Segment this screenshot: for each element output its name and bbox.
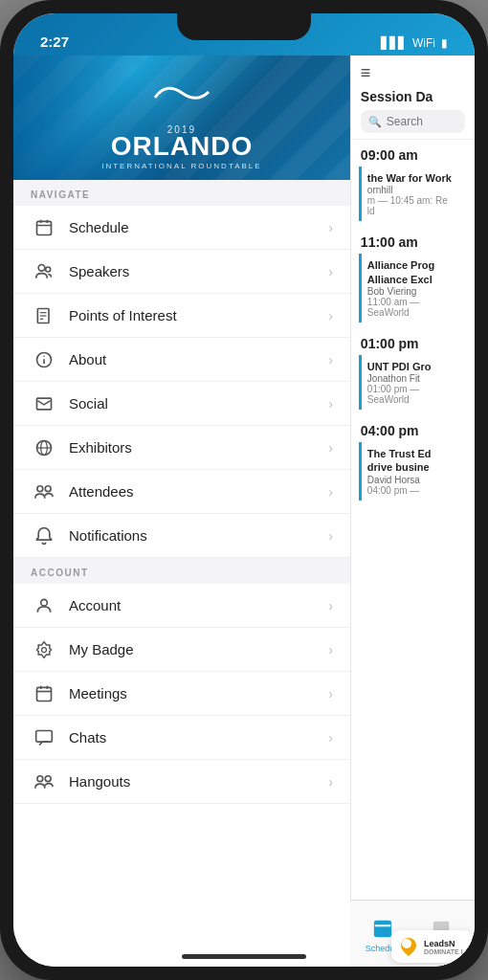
svg-point-12 (43, 355, 45, 357)
status-icons: ▋▋▋ WiFi ▮ (381, 36, 448, 50)
svg-point-4 (38, 264, 45, 271)
info-icon (31, 346, 57, 373)
menu-item-badge[interactable]: My Badge › (13, 628, 350, 672)
leads-label: LeadsN (424, 939, 465, 948)
session-title: UNT PDI Gro (367, 360, 461, 373)
menu-item-notifications[interactable]: Notifications › (13, 514, 350, 558)
speakers-label: Speakers (69, 263, 328, 279)
bell-icon (31, 523, 57, 549)
svg-point-19 (42, 647, 47, 652)
hangouts-label: Hangouts (69, 773, 328, 790)
leads-sublabel: DOMINATE L (424, 948, 465, 955)
search-input[interactable] (387, 115, 457, 128)
signal-icon: ▋▋▋ (381, 36, 407, 50)
account-label: Account (69, 597, 328, 613)
menu-item-account[interactable]: Account › (13, 584, 350, 628)
user-icon (31, 592, 57, 619)
time-header-4pm: 04:00 pm (359, 415, 467, 442)
attendees-label: Attendees (69, 483, 328, 500)
phone-frame: 2:27 ▋▋▋ WiFi ▮ 2019 ORLANDO INTERN (0, 0, 488, 980)
session-time-loc: 01:00 pm — (367, 384, 461, 394)
session-item[interactable]: UNT PDI Gro Jonathon Fit 01:00 pm — SeaW… (359, 355, 467, 410)
svg-rect-27 (375, 921, 391, 936)
social-chevron: › (328, 396, 333, 412)
time-header-1pm: 01:00 pm (359, 328, 467, 355)
session-title: the War for Work (367, 171, 461, 185)
right-header: ≡ Session Da 🔍 (351, 56, 475, 140)
session-title: Alliance Prog (367, 258, 461, 272)
notifications-chevron: › (328, 528, 333, 544)
svg-point-25 (37, 775, 43, 781)
menu-item-exhibitors[interactable]: Exhibitors › (13, 426, 350, 470)
session-title2: Alliance Excl (367, 273, 461, 286)
meetings-label: Meetings (69, 685, 328, 702)
menu-item-schedule[interactable]: Schedule › (13, 206, 350, 250)
about-label: About (69, 351, 328, 368)
menu-item-hangouts[interactable]: Hangouts › (13, 760, 350, 804)
time-header-9am: 09:00 am (359, 140, 467, 167)
right-panel: ≡ Session Da 🔍 09:00 am the War for Work… (350, 56, 475, 967)
wifi-icon: WiFi (412, 36, 435, 50)
session-time-loc: 11:00 am — (367, 297, 461, 307)
session-time-loc: 04:00 pm — (367, 485, 461, 496)
session-time-loc: m — 10:45 am: Re (367, 195, 461, 206)
attendees-chevron: › (328, 484, 333, 500)
poi-icon (31, 302, 57, 329)
session-date-title: Session Da (361, 89, 465, 104)
time-header-11am: 11:00 am (359, 227, 467, 254)
screen-content: 2019 ORLANDO INTERNATIONAL ROUNDTABLE NA… (13, 56, 475, 967)
chats-chevron: › (328, 730, 333, 746)
hangouts-chevron: › (328, 774, 333, 790)
svg-point-5 (46, 267, 51, 272)
svg-point-16 (37, 485, 43, 491)
badge-label: My Badge (69, 641, 328, 657)
session-speaker: David Horsa (367, 475, 461, 485)
event-subtitle: INTERNATIONAL ROUNDTABLE (101, 162, 261, 170)
header-image: 2019 ORLANDO INTERNATIONAL ROUNDTABLE (13, 56, 350, 180)
account-chevron: › (328, 598, 333, 613)
event-city: ORLANDO (101, 133, 261, 160)
wave-icon (153, 84, 211, 101)
meetings-chevron: › (328, 686, 333, 702)
menu-item-about[interactable]: About › (13, 338, 350, 382)
session-title2: drive busine (367, 460, 461, 474)
svg-point-17 (45, 485, 51, 491)
svg-rect-24 (36, 730, 53, 742)
home-bar (182, 954, 306, 959)
svg-rect-20 (37, 687, 52, 701)
event-year: 2019 (101, 124, 261, 135)
menu-item-social[interactable]: Social › (13, 382, 350, 426)
left-panel: 2019 ORLANDO INTERNATIONAL ROUNDTABLE NA… (13, 56, 350, 967)
session-loc: SeaWorld (367, 307, 461, 318)
hangouts-icon (31, 768, 57, 795)
social-icon (31, 390, 57, 417)
menu-item-speakers[interactable]: Speakers › (13, 250, 350, 294)
attendees-icon (31, 479, 57, 505)
session-item[interactable]: Alliance Prog Alliance Excl Bob Viering … (359, 254, 467, 323)
badge-chevron: › (328, 642, 333, 657)
calendar-icon (31, 214, 57, 241)
chats-label: Chats (69, 729, 328, 746)
chats-icon (31, 724, 57, 751)
session-speaker: Jonathon Fit (367, 373, 461, 384)
schedule-chevron: › (328, 220, 333, 235)
session-loc: SeaWorld (367, 394, 461, 405)
hamburger-icon[interactable]: ≡ (361, 63, 465, 83)
menu-item-attendees[interactable]: Attendees › (13, 470, 350, 514)
speakers-chevron: › (328, 264, 333, 279)
search-box[interactable]: 🔍 (361, 110, 465, 133)
leads-overlay[interactable]: LeadsN DOMINATE L (391, 930, 473, 963)
schedule-label: Schedule (69, 219, 328, 235)
menu-item-meetings[interactable]: Meetings › (13, 672, 350, 716)
menu-item-poi[interactable]: Points of Interest › (13, 294, 350, 338)
navigate-section-header: NAVIGATE (13, 180, 350, 206)
menu-item-chats[interactable]: Chats › (13, 716, 350, 760)
header-logo: 2019 ORLANDO INTERNATIONAL ROUNDTABLE (101, 124, 261, 170)
svg-point-18 (41, 599, 48, 606)
session-item[interactable]: The Trust Ed drive busine David Horsa 04… (359, 442, 467, 501)
session-item[interactable]: the War for Work ornhill m — 10:45 am: R… (359, 167, 467, 221)
meetings-icon (31, 680, 57, 707)
social-label: Social (69, 395, 328, 412)
session-loc: ld (367, 206, 461, 216)
exhibitors-chevron: › (328, 440, 333, 456)
